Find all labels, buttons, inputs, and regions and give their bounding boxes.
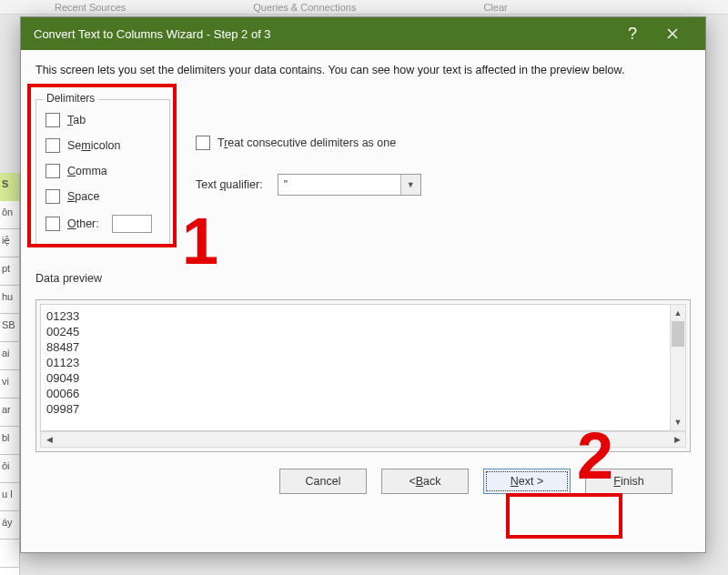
checkbox-label: Treat consecutive delimiters as one (217, 136, 396, 149)
data-preview-panel: 01233 00245 88487 01123 09049 00066 0998… (35, 299, 691, 452)
spreadsheet-row-headers: S ôniệ pthu SBai viar blôi u láy (0, 173, 20, 575)
text-qualifier-select[interactable]: " ▼ (278, 174, 421, 196)
checkbox-label: Space (67, 190, 99, 203)
delimiters-legend: Delimiters (43, 92, 98, 105)
delimiter-comma-checkbox[interactable]: Comma (46, 164, 160, 178)
checkbox-icon (46, 189, 60, 204)
delimiter-other-checkbox[interactable]: Other: (46, 215, 160, 233)
scroll-up-icon: ▲ (671, 305, 685, 321)
text-qualifier-label: Text qualifier: (196, 178, 263, 191)
checkbox-icon (46, 113, 60, 127)
scroll-down-icon: ▼ (671, 414, 685, 430)
preview-row: 00245 (46, 324, 680, 339)
ribbon-item: Recent Sources (55, 2, 126, 13)
data-preview-label: Data preview (35, 272, 691, 285)
preview-row: 09987 (46, 401, 680, 417)
checkbox-label: Comma (67, 165, 107, 177)
dialog-title: Convert Text to Columns Wizard - Step 2 … (34, 27, 612, 41)
back-button[interactable]: < Back (381, 469, 469, 494)
description-text: This screen lets you set the delimiters … (35, 63, 691, 79)
horizontal-scrollbar[interactable]: ◀ ▶ (40, 431, 686, 448)
excel-ribbon-fragment: Recent Sources Queries & Connections Cle… (0, 0, 728, 15)
ribbon-item: Queries & Connections (253, 2, 356, 13)
select-value: " (278, 178, 400, 191)
checkbox-icon (46, 217, 60, 231)
wizard-dialog: Convert Text to Columns Wizard - Step 2 … (20, 16, 706, 553)
checkbox-icon (46, 164, 60, 178)
consecutive-delimiters-checkbox[interactable]: Treat consecutive delimiters as one (196, 136, 421, 150)
delimiter-other-input[interactable] (112, 215, 152, 233)
scroll-thumb (672, 321, 684, 347)
preview-row: 09049 (46, 370, 680, 386)
close-button[interactable] (652, 17, 693, 50)
dialog-footer: Cancel < Back Next > Finish (35, 452, 691, 510)
cancel-button[interactable]: Cancel (279, 469, 367, 494)
preview-row: 01123 (46, 355, 680, 370)
vertical-scrollbar[interactable]: ▲ ▼ (670, 304, 686, 431)
delimiter-tab-checkbox[interactable]: Tab (46, 113, 160, 127)
delimiter-space-checkbox[interactable]: Space (46, 189, 160, 204)
titlebar: Convert Text to Columns Wizard - Step 2 … (21, 17, 705, 50)
next-button[interactable]: Next > (483, 469, 571, 494)
data-preview-content: 01233 00245 88487 01123 09049 00066 0998… (40, 304, 686, 431)
help-button[interactable]: ? (612, 17, 652, 50)
checkbox-label: Other: (67, 217, 99, 230)
scroll-left-icon: ◀ (41, 432, 57, 447)
finish-button[interactable]: Finish (585, 469, 672, 494)
preview-row: 88487 (46, 339, 680, 355)
preview-row: 00066 (46, 386, 680, 401)
checkbox-label: Tab (67, 114, 86, 126)
close-icon (667, 28, 678, 39)
ribbon-item: Clear (483, 2, 507, 13)
checkbox-label: Semicolon (67, 139, 120, 152)
chevron-down-icon: ▼ (400, 175, 420, 195)
checkbox-icon (196, 136, 210, 150)
scroll-right-icon: ▶ (669, 432, 685, 447)
preview-row: 01233 (46, 308, 680, 324)
checkbox-icon (46, 138, 60, 153)
delimiter-semicolon-checkbox[interactable]: Semicolon (46, 138, 160, 153)
delimiters-group: Delimiters Tab Semicolon Comma Space (35, 99, 170, 245)
